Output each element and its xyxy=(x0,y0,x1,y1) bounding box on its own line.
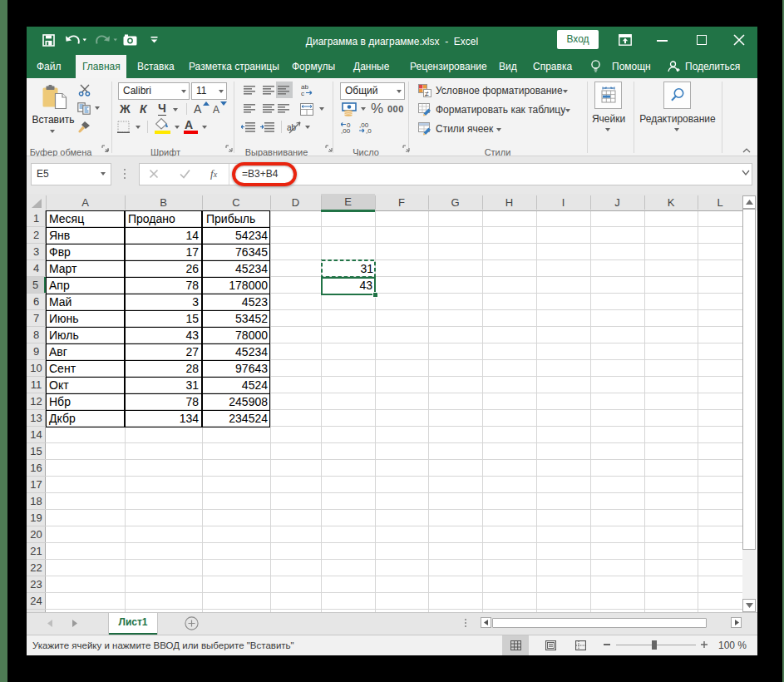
svg-text:c: c xyxy=(301,90,304,96)
svg-text:,0: ,0 xyxy=(366,127,372,134)
svg-text:≠: ≠ xyxy=(425,90,429,98)
svg-text:,00: ,00 xyxy=(341,127,351,134)
